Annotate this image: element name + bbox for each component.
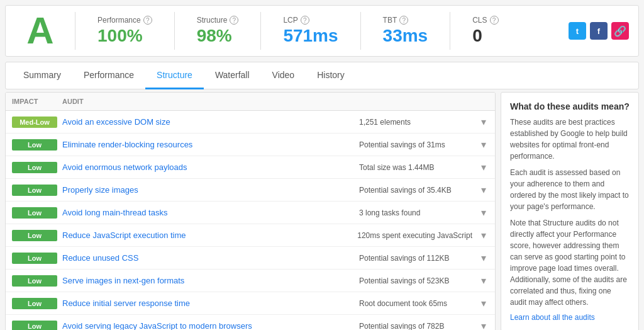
expand-icon[interactable]: ▾ bbox=[479, 184, 489, 196]
audit-detail: 3 long tasks found bbox=[353, 208, 479, 217]
facebook-button[interactable]: f bbox=[590, 22, 608, 40]
metrics-divider-5 bbox=[450, 12, 450, 50]
audit-row: LowAvoid long main-thread tasks3 long ta… bbox=[6, 202, 495, 224]
expand-icon[interactable]: ▾ bbox=[479, 320, 489, 330]
social-buttons: t f 🔗 bbox=[569, 22, 629, 40]
main-content: IMPACT AUDIT Med-LowAvoid an excessive D… bbox=[5, 92, 639, 330]
lcp-help-icon[interactable]: ? bbox=[301, 16, 309, 25]
structure-help-icon[interactable]: ? bbox=[230, 16, 238, 25]
audit-detail: Total size was 1.44MB bbox=[353, 163, 479, 172]
impact-badge: Low bbox=[12, 275, 57, 287]
audit-row: LowReduce initial server response timeRo… bbox=[6, 292, 495, 315]
structure-value: 98% bbox=[197, 26, 239, 46]
impact-badge: Low bbox=[12, 230, 57, 241]
twitter-button[interactable]: t bbox=[569, 22, 586, 40]
impact-badge: Low bbox=[12, 162, 57, 173]
tbt-label: TBT ? bbox=[383, 16, 428, 25]
tab-structure[interactable]: Structure bbox=[145, 62, 204, 89]
audit-link[interactable]: Eliminate render-blocking resources bbox=[62, 140, 353, 149]
impact-badge: Low bbox=[12, 139, 57, 151]
audit-row: LowReduce JavaScript execution time120ms… bbox=[6, 224, 495, 247]
audit-link[interactable]: Serve images in next-gen formats bbox=[62, 276, 353, 285]
tbt-help-icon[interactable]: ? bbox=[399, 16, 408, 25]
audit-detail: Potential savings of 782B bbox=[353, 322, 479, 331]
expand-icon[interactable]: ▾ bbox=[479, 207, 489, 219]
impact-badge: Low bbox=[12, 185, 57, 196]
audits-info-card: What do these audits mean? These audits … bbox=[501, 92, 639, 330]
metrics-divider-1 bbox=[75, 12, 75, 50]
audits-info-p3: Note that Structure audits do not direct… bbox=[510, 217, 630, 308]
metrics-divider-3 bbox=[260, 12, 261, 50]
structure-metric: Structure ? 98% bbox=[184, 16, 252, 46]
audit-detail: 120ms spent executing JavaScript bbox=[351, 231, 479, 240]
audit-detail: 1,251 elements bbox=[353, 118, 479, 127]
tab-summary[interactable]: Summary bbox=[12, 62, 72, 89]
audit-detail: Root document took 65ms bbox=[353, 299, 479, 308]
cls-value: 0 bbox=[472, 26, 510, 46]
audit-link[interactable]: Avoid an excessive DOM size bbox=[62, 117, 353, 127]
metrics-divider-2 bbox=[174, 12, 175, 50]
cls-label: CLS ? bbox=[472, 16, 510, 25]
audit-row: LowProperly size imagesPotential savings… bbox=[6, 179, 495, 202]
lcp-value: 571ms bbox=[283, 26, 338, 46]
audit-row: LowEliminate render-blocking resourcesPo… bbox=[6, 134, 495, 156]
learn-audits-link[interactable]: Learn about all the audits bbox=[510, 313, 630, 322]
audit-row: Med-LowAvoid an excessive DOM size1,251 … bbox=[6, 111, 495, 134]
audit-detail: Potential savings of 31ms bbox=[353, 140, 479, 149]
audit-column-header: AUDIT bbox=[62, 98, 489, 105]
audit-link[interactable]: Avoid serving legacy JavaScript to moder… bbox=[62, 321, 353, 330]
metrics-divider-4 bbox=[360, 12, 361, 50]
audit-detail: Potential savings of 523KB bbox=[353, 276, 479, 285]
audits-info-p2: Each audit is assessed based on your adh… bbox=[510, 167, 630, 212]
grade-box: A bbox=[15, 12, 65, 50]
performance-value: 100% bbox=[97, 26, 152, 46]
metrics-bar: A Performance ? 100% Structure ? 98% LCP… bbox=[5, 5, 639, 57]
audit-row: LowReduce unused CSSPotential savings of… bbox=[6, 247, 495, 270]
audit-link[interactable]: Reduce unused CSS bbox=[62, 253, 353, 263]
impact-badge: Low bbox=[12, 298, 57, 309]
tbt-value: 33ms bbox=[383, 26, 428, 46]
audits-info-p1: These audits are best practices establis… bbox=[510, 117, 630, 162]
audit-row: LowAvoid serving legacy JavaScript to mo… bbox=[6, 315, 495, 330]
audit-link[interactable]: Properly size images bbox=[62, 185, 353, 195]
impact-badge: Med-Low bbox=[12, 117, 57, 128]
tab-waterfall[interactable]: Waterfall bbox=[204, 62, 261, 89]
audit-row: LowServe images in next-gen formatsPoten… bbox=[6, 270, 495, 292]
expand-icon[interactable]: ▾ bbox=[479, 229, 489, 241]
cls-metric: CLS ? 0 bbox=[460, 16, 523, 46]
audit-detail: Potential savings of 35.4KB bbox=[353, 186, 479, 195]
impact-badge: Low bbox=[12, 207, 57, 219]
impact-badge: Low bbox=[12, 321, 57, 331]
performance-label: Performance ? bbox=[97, 16, 152, 25]
impact-column-header: IMPACT bbox=[12, 98, 62, 105]
expand-icon[interactable]: ▾ bbox=[479, 275, 489, 287]
audit-detail: Potential savings of 112KB bbox=[353, 254, 479, 263]
audit-link[interactable]: Avoid long main-thread tasks bbox=[62, 208, 353, 217]
lcp-label: LCP ? bbox=[283, 16, 338, 25]
tab-video[interactable]: Video bbox=[261, 62, 306, 89]
audit-link[interactable]: Reduce JavaScript execution time bbox=[62, 230, 351, 240]
link-button[interactable]: 🔗 bbox=[611, 22, 629, 40]
expand-icon[interactable]: ▾ bbox=[479, 252, 489, 264]
expand-icon[interactable]: ▾ bbox=[479, 139, 489, 151]
impact-badge: Low bbox=[12, 253, 57, 264]
audits-info-title: What do these audits mean? bbox=[510, 101, 630, 111]
lcp-metric: LCP ? 571ms bbox=[270, 16, 350, 46]
expand-icon[interactable]: ▾ bbox=[479, 161, 489, 173]
expand-icon[interactable]: ▾ bbox=[479, 116, 489, 128]
audit-link[interactable]: Reduce initial server response time bbox=[62, 299, 353, 308]
audit-link[interactable]: Avoid enormous network payloads bbox=[62, 162, 353, 172]
tab-performance[interactable]: Performance bbox=[72, 62, 145, 89]
structure-label: Structure ? bbox=[197, 16, 239, 25]
performance-help-icon[interactable]: ? bbox=[143, 16, 152, 25]
tbt-metric: TBT ? 33ms bbox=[370, 16, 441, 46]
expand-icon[interactable]: ▾ bbox=[479, 297, 489, 309]
tab-history[interactable]: History bbox=[306, 62, 356, 89]
tabs-bar: Summary Performance Structure Waterfall … bbox=[5, 62, 639, 89]
grade-letter: A bbox=[26, 12, 53, 50]
audit-table: IMPACT AUDIT Med-LowAvoid an excessive D… bbox=[5, 92, 496, 330]
audit-row: LowAvoid enormous network payloadsTotal … bbox=[6, 156, 495, 179]
audit-table-header: IMPACT AUDIT bbox=[6, 93, 495, 111]
cls-help-icon[interactable]: ? bbox=[490, 16, 499, 25]
performance-metric: Performance ? 100% bbox=[85, 16, 165, 46]
